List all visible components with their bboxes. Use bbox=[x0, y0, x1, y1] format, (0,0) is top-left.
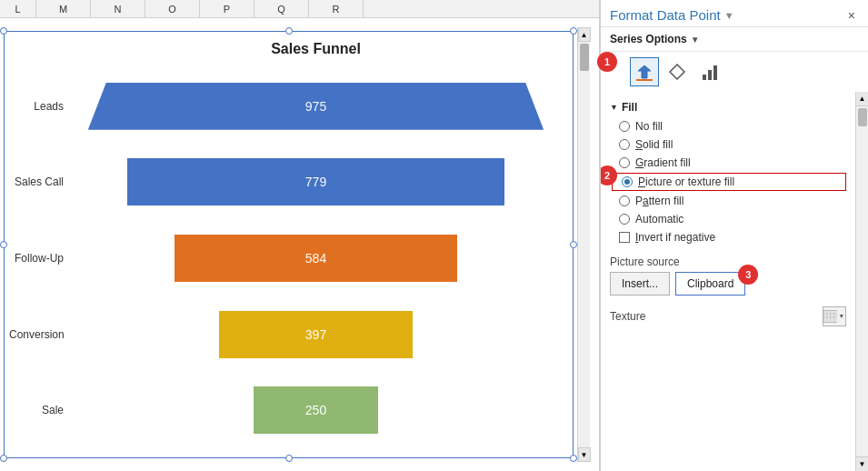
automatic-option[interactable]: Automatic bbox=[610, 210, 846, 228]
panel-scroll-down[interactable]: ▼ bbox=[856, 456, 869, 471]
col-L: L bbox=[0, 0, 36, 17]
handle-bottom[interactable] bbox=[285, 455, 293, 462]
pattern-fill-label: Pattern fill bbox=[635, 195, 683, 207]
pattern-fill-radio[interactable] bbox=[619, 195, 630, 206]
panel-title-arrow: ▼ bbox=[724, 10, 734, 21]
icon-tabs-row: 1 bbox=[601, 52, 868, 92]
col-R: R bbox=[309, 0, 364, 17]
clipboard-button[interactable]: Clipboard bbox=[675, 272, 745, 296]
solid-fill-radio[interactable] bbox=[619, 139, 630, 150]
panel-scroll-thumb[interactable] bbox=[858, 108, 867, 126]
series-options-row[interactable]: Series Options ▼ bbox=[601, 27, 868, 52]
panel-close-button[interactable]: × bbox=[844, 8, 859, 23]
col-Q: Q bbox=[254, 0, 309, 17]
col-M: M bbox=[36, 0, 91, 17]
bar-followup[interactable]: 584 bbox=[175, 235, 457, 282]
handle-left[interactable] bbox=[0, 241, 7, 248]
chart-title: Sales Funnel bbox=[271, 41, 361, 57]
no-fill-radio[interactable] bbox=[619, 121, 630, 132]
badge-3: 3 bbox=[738, 265, 758, 285]
panel-scroll-track-inner bbox=[856, 128, 868, 456]
column-headers: L M N O P Q R bbox=[0, 0, 599, 18]
label-leads: Leads bbox=[9, 100, 64, 113]
fill-triangle-icon: ▼ bbox=[610, 103, 618, 112]
bar-salescall[interactable]: 779 bbox=[127, 158, 504, 205]
funnel-chart: Leads 975 Sales Call 779 bbox=[68, 68, 564, 448]
handle-right[interactable] bbox=[570, 241, 577, 248]
gradient-fill-option[interactable]: Gradient fill bbox=[610, 154, 846, 172]
fill-section-label: Fill bbox=[622, 101, 637, 114]
panel-content-inner: ▼ Fill No fill Solid fill Gradient fill … bbox=[601, 92, 855, 471]
texture-row: Texture bbox=[610, 299, 846, 330]
svg-marker-12 bbox=[840, 315, 843, 318]
series-options-label: Series Options bbox=[610, 33, 687, 45]
fill-icon-tab[interactable] bbox=[630, 57, 659, 86]
invert-negative-checkbox[interactable] bbox=[619, 232, 630, 243]
border-icon-tab[interactable] bbox=[663, 57, 692, 86]
no-fill-option[interactable]: No fill bbox=[610, 117, 846, 135]
insert-button[interactable]: Insert... bbox=[610, 272, 670, 296]
handle-bottom-left[interactable] bbox=[0, 455, 7, 462]
picture-fill-option[interactable]: Picture or texture fill bbox=[612, 173, 846, 191]
label-followup: Follow-Up bbox=[9, 252, 64, 265]
gradient-fill-label: Gradient fill bbox=[635, 156, 691, 169]
panel-title: Format Data Point bbox=[610, 7, 721, 23]
invert-negative-option[interactable]: Invert if negative bbox=[610, 228, 846, 246]
chart-scrollbar[interactable]: ▲ ▼ bbox=[577, 27, 590, 462]
scrollbar-thumb[interactable] bbox=[580, 44, 589, 71]
svg-marker-0 bbox=[638, 65, 651, 78]
panel-header: Format Data Point ▼ × bbox=[601, 0, 868, 27]
col-N: N bbox=[91, 0, 145, 17]
picture-source-label: Picture source bbox=[610, 254, 846, 272]
svg-rect-5 bbox=[713, 65, 717, 80]
automatic-radio[interactable] bbox=[619, 214, 630, 225]
svg-rect-3 bbox=[703, 75, 706, 80]
series-options-arrow: ▼ bbox=[691, 35, 700, 45]
label-sale: Sale bbox=[9, 404, 64, 416]
svg-rect-1 bbox=[636, 79, 653, 81]
fill-section-header: ▼ Fill bbox=[610, 95, 846, 117]
no-fill-label: No fill bbox=[635, 120, 663, 133]
funnel-row-leads: Leads 975 bbox=[68, 78, 564, 135]
picture-source-buttons: Insert... Clipboard 3 bbox=[610, 272, 846, 296]
funnel-row-conversion: Conversion 397 bbox=[68, 306, 564, 363]
chart-area: Sales Funnel Leads 975 Sales Call bbox=[0, 18, 599, 471]
svg-marker-2 bbox=[670, 65, 684, 79]
solid-fill-option[interactable]: Solid fill bbox=[610, 135, 846, 154]
label-salescall: Sales Call bbox=[9, 175, 64, 188]
col-O: O bbox=[145, 0, 200, 17]
bar-chart-icon-tab[interactable] bbox=[695, 57, 724, 86]
panel-scrollbar[interactable]: ▲ ▼ bbox=[855, 92, 868, 471]
panel-with-scroll: ▼ Fill No fill Solid fill Gradient fill … bbox=[601, 92, 868, 471]
picture-fill-radio[interactable] bbox=[622, 176, 633, 187]
automatic-label: Automatic bbox=[635, 213, 683, 225]
bar-conversion[interactable]: 397 bbox=[219, 311, 413, 358]
panel-scroll-up[interactable]: ▲ bbox=[856, 92, 869, 106]
funnel-row-sale: Sale 250 bbox=[68, 382, 564, 438]
picture-source-section: Picture source Insert... Clipboard 3 bbox=[610, 246, 846, 299]
picture-fill-wrapper: 2 Picture or texture fill bbox=[610, 173, 846, 191]
solid-fill-label: Solid fill bbox=[635, 138, 673, 151]
scrollbar-up-btn[interactable]: ▲ bbox=[578, 27, 591, 42]
label-conversion: Conversion bbox=[9, 328, 64, 341]
handle-bottom-right[interactable] bbox=[570, 455, 577, 462]
col-P: P bbox=[200, 0, 254, 17]
texture-button[interactable] bbox=[823, 306, 846, 326]
bar-sale[interactable]: 250 bbox=[254, 386, 377, 434]
chart-wrapper[interactable]: Sales Funnel Leads 975 Sales Call bbox=[4, 31, 574, 458]
handle-top[interactable] bbox=[285, 27, 293, 35]
badge-1: 1 bbox=[597, 52, 617, 72]
handle-top-left[interactable] bbox=[0, 27, 7, 35]
bar-leads[interactable]: 975 bbox=[88, 83, 544, 130]
handle-top-right[interactable] bbox=[570, 27, 577, 35]
pattern-fill-option[interactable]: Pattern fill bbox=[610, 192, 846, 210]
spreadsheet-area: L M N O P Q R Sales Funnel Leads bbox=[0, 0, 600, 471]
funnel-row-salescall: Sales Call 779 bbox=[68, 154, 564, 210]
format-panel: Format Data Point ▼ × Series Options ▼ 1 bbox=[600, 0, 868, 471]
gradient-fill-radio[interactable] bbox=[619, 157, 630, 168]
texture-label: Texture bbox=[610, 310, 645, 323]
scrollbar-down-btn[interactable]: ▼ bbox=[578, 447, 591, 462]
svg-rect-4 bbox=[708, 70, 712, 80]
picture-fill-label: Picture or texture fill bbox=[638, 175, 734, 188]
funnel-row-followup: Follow-Up 584 bbox=[68, 230, 564, 286]
